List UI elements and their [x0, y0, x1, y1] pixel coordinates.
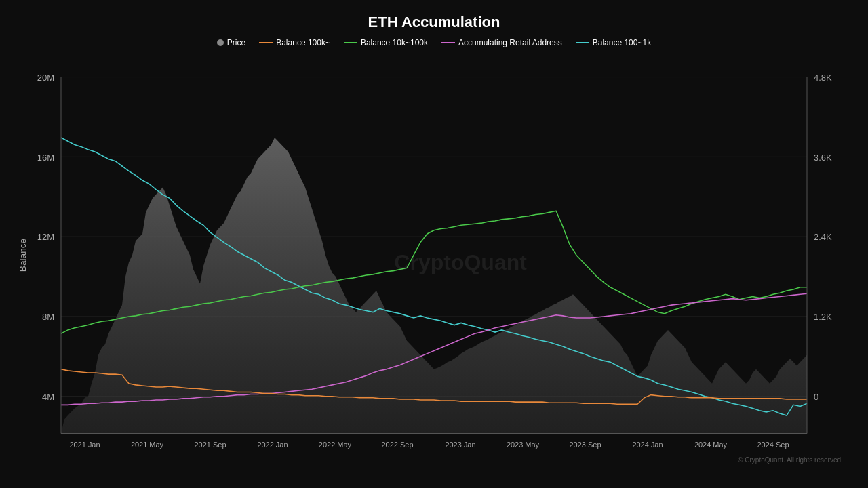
- y-axis-balance-label: Balance: [18, 239, 28, 272]
- legend-item-balance-10k-100k: Balance 10k~100k: [344, 38, 428, 47]
- x-label-2023-sep: 2023 Sep: [569, 441, 601, 449]
- y-axis-left-8m: 8M: [42, 312, 54, 322]
- chart-container: ETH Accumulation Price Balance 100k~ Bal…: [0, 0, 868, 488]
- y-axis-right-2.4k: 2.4K: [814, 232, 832, 242]
- x-label-2022-sep: 2022 Sep: [381, 441, 413, 449]
- legend-balance-100k-label: Balance 100k~: [276, 38, 330, 47]
- chart-area: CryptoQuant 20M 16M 12M 8M 4M Bala: [14, 56, 854, 469]
- y-axis-right-0: 0: [814, 392, 818, 402]
- x-label-2024-sep: 2024 Sep: [757, 441, 789, 449]
- chart-svg: 20M 16M 12M 8M 4M Balance 4.8K 3.6K 2.4K…: [14, 56, 854, 469]
- x-label-2023-may: 2023 May: [507, 441, 540, 449]
- price-area: [61, 138, 807, 433]
- x-label-2022-jan: 2022 Jan: [257, 441, 288, 449]
- legend-balance-10k-100k-label: Balance 10k~100k: [361, 38, 428, 47]
- balance-10k-100k-line: [344, 42, 357, 43]
- y-axis-right-1.2k: 1.2K: [814, 312, 832, 322]
- accumulating-retail-line: [441, 42, 455, 43]
- x-label-2021-jan: 2021 Jan: [69, 441, 100, 449]
- y-axis-left-20m: 20M: [37, 73, 54, 83]
- balance-100-1k-line: [576, 42, 589, 43]
- x-label-2021-may: 2021 May: [131, 441, 164, 449]
- copyright: © CryptoQuant. All rights reserved: [738, 456, 841, 464]
- legend-price-label: Price: [227, 38, 245, 47]
- x-label-2024-jan: 2024 Jan: [632, 441, 663, 449]
- legend-accumulating-retail-label: Accumulating Retail Address: [458, 38, 562, 47]
- legend-balance-100-1k-label: Balance 100~1k: [593, 38, 651, 47]
- y-axis-left-4m: 4M: [42, 392, 54, 402]
- balance-100k-line: [259, 42, 273, 43]
- legend-item-balance-100k: Balance 100k~: [259, 38, 330, 47]
- price-dot: [217, 39, 224, 46]
- chart-title: ETH Accumulation: [14, 14, 854, 31]
- x-label-2021-sep: 2021 Sep: [194, 441, 226, 449]
- legend-item-balance-100-1k: Balance 100~1k: [576, 38, 651, 47]
- y-axis-left-16m: 16M: [37, 152, 54, 162]
- legend-item-price: Price: [217, 38, 245, 47]
- x-label-2023-jan: 2023 Jan: [445, 441, 475, 449]
- y-axis-right-3.6k: 3.6K: [814, 152, 832, 162]
- y-axis-right-4.8k: 4.8K: [814, 73, 832, 83]
- legend-item-accumulating-retail: Accumulating Retail Address: [441, 38, 562, 47]
- x-label-2022-may: 2022 May: [319, 441, 352, 449]
- legend: Price Balance 100k~ Balance 10k~100k Acc…: [14, 38, 854, 47]
- x-label-2024-may: 2024 May: [694, 441, 728, 449]
- y-axis-left-12m: 12M: [37, 232, 54, 242]
